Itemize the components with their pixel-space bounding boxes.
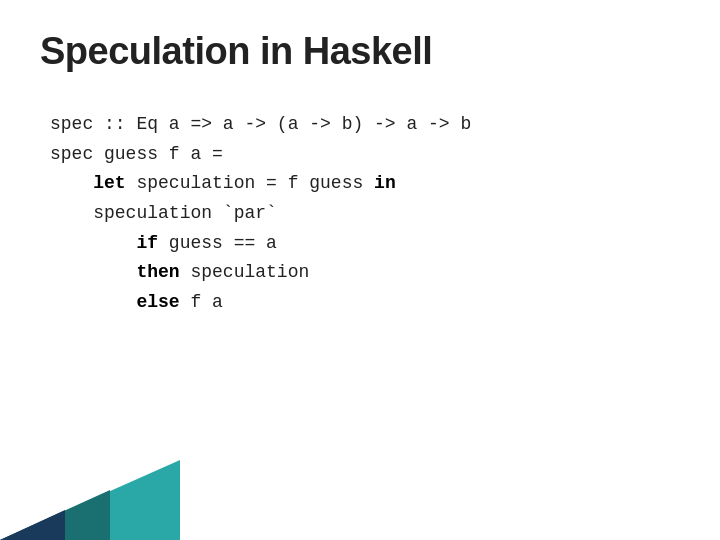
code-line-1: spec :: Eq a => a -> (a -> b) -> a -> b	[50, 110, 471, 140]
code-block: spec :: Eq a => a -> (a -> b) -> a -> b …	[50, 110, 471, 318]
bottom-decoration	[0, 460, 200, 540]
code-text: f a	[180, 292, 223, 312]
code-text: spec guess f a =	[50, 144, 223, 164]
code-indent	[50, 262, 136, 282]
slide: Speculation in Haskell spec :: Eq a => a…	[0, 0, 720, 540]
slide-title: Speculation in Haskell	[40, 30, 432, 73]
keyword-let: let	[93, 173, 125, 193]
code-line-7: else f a	[50, 288, 471, 318]
keyword-then: then	[136, 262, 179, 282]
code-text: speculation `par`	[93, 203, 277, 223]
code-indent	[50, 292, 136, 312]
keyword-if: if	[136, 233, 158, 253]
code-text: guess == a	[158, 233, 277, 253]
code-indent	[50, 233, 136, 253]
triangle-navy	[0, 510, 65, 540]
code-indent	[50, 173, 93, 193]
keyword-else: else	[136, 292, 179, 312]
code-text: spec :: Eq a => a -> (a -> b) -> a -> b	[50, 114, 471, 134]
code-indent	[50, 203, 93, 223]
code-text: speculation	[180, 262, 310, 282]
code-line-4: speculation `par`	[50, 199, 471, 229]
keyword-in: in	[374, 173, 396, 193]
code-line-3: let speculation = f guess in	[50, 169, 471, 199]
code-line-6: then speculation	[50, 258, 471, 288]
code-line-2: spec guess f a =	[50, 140, 471, 170]
code-text: speculation = f guess	[126, 173, 374, 193]
code-line-5: if guess == a	[50, 229, 471, 259]
